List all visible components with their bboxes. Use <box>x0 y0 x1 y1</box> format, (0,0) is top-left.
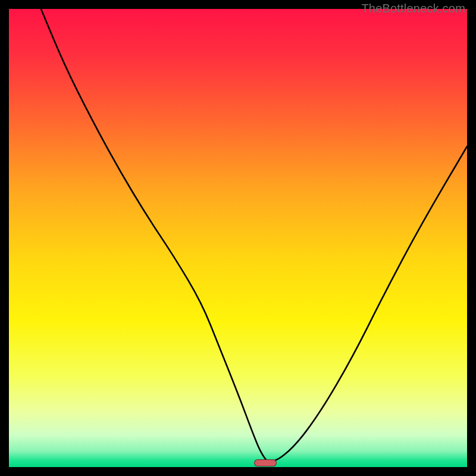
plot-area <box>9 9 467 467</box>
optimal-marker <box>254 459 277 466</box>
bottleneck-curve <box>41 9 467 462</box>
curve-layer <box>9 9 467 467</box>
chart-frame: TheBottleneck.com <box>0 0 476 476</box>
watermark-label: TheBottleneck.com <box>361 2 465 15</box>
